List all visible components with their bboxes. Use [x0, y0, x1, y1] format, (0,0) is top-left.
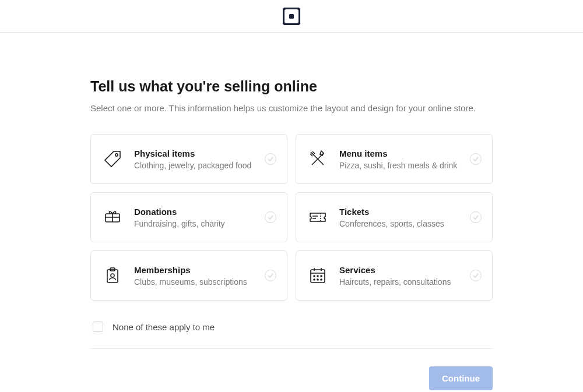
svg-point-6: [111, 274, 114, 277]
option-title: Services: [339, 265, 464, 275]
calendar-icon: [307, 264, 329, 287]
option-memberships[interactable]: Memberships Clubs, museums, subscription…: [90, 250, 287, 301]
option-tickets[interactable]: Tickets Conferences, sports, classes: [296, 192, 493, 242]
none-apply-checkbox[interactable]: [93, 322, 103, 332]
option-text: Donations Fundraising, gifts, charity: [134, 207, 259, 228]
svg-point-13: [321, 279, 322, 280]
option-desc: Clubs, museums, subscriptions: [134, 277, 259, 287]
check-circle-icon: [470, 270, 482, 281]
utensils-icon: [307, 148, 329, 170]
option-menu-items[interactable]: Menu items Pizza, sushi, fresh meals & d…: [296, 134, 493, 184]
options-grid: Physical items Clothing, jewelry, packag…: [90, 134, 493, 301]
svg-rect-4: [107, 270, 118, 282]
option-title: Memberships: [134, 265, 259, 275]
badge-icon: [101, 264, 124, 287]
page-subtitle: Select one or more. This information hel…: [90, 103, 493, 113]
none-apply-label: None of these apply to me: [113, 322, 215, 332]
option-title: Tickets: [339, 207, 464, 217]
option-text: Memberships Clubs, museums, subscription…: [134, 265, 259, 287]
svg-point-12: [317, 279, 318, 280]
option-title: Menu items: [339, 149, 464, 158]
page-title: Tell us what you're selling online: [90, 78, 493, 95]
app-header: [0, 0, 583, 33]
svg-point-8: [314, 276, 315, 277]
option-physical-items[interactable]: Physical items Clothing, jewelry, packag…: [90, 134, 287, 184]
check-circle-icon: [470, 153, 482, 165]
none-apply-row: None of these apply to me: [90, 322, 493, 332]
ticket-icon: [307, 206, 329, 228]
main-content: Tell us what you're selling online Selec…: [90, 33, 493, 390]
check-circle-icon: [265, 270, 276, 281]
option-desc: Pizza, sushi, fresh meals & drink: [339, 161, 464, 170]
option-services[interactable]: Services Haircuts, repairs, consultation…: [296, 250, 493, 301]
option-title: Donations: [134, 207, 259, 217]
option-desc: Conferences, sports, classes: [339, 219, 464, 228]
tag-icon: [101, 148, 124, 170]
option-text: Menu items Pizza, sushi, fresh meals & d…: [339, 149, 464, 170]
check-circle-icon: [265, 211, 276, 223]
svg-point-10: [321, 276, 322, 277]
square-logo-icon: [283, 8, 300, 25]
option-donations[interactable]: Donations Fundraising, gifts, charity: [90, 192, 287, 242]
gift-icon: [101, 206, 124, 228]
svg-point-9: [317, 276, 318, 277]
svg-point-2: [115, 154, 118, 156]
option-text: Tickets Conferences, sports, classes: [339, 207, 464, 228]
option-text: Physical items Clothing, jewelry, packag…: [134, 149, 259, 170]
option-title: Physical items: [134, 149, 259, 158]
svg-point-11: [314, 279, 315, 280]
option-desc: Haircuts, repairs, consultations: [339, 277, 464, 287]
divider: [90, 348, 493, 349]
check-circle-icon: [470, 211, 482, 223]
option-desc: Clothing, jewelry, packaged food: [134, 161, 259, 170]
continue-button[interactable]: Continue: [429, 366, 493, 390]
svg-rect-1: [289, 14, 294, 19]
option-desc: Fundraising, gifts, charity: [134, 219, 259, 228]
footer: Continue: [90, 366, 493, 390]
check-circle-icon: [265, 153, 276, 165]
option-text: Services Haircuts, repairs, consultation…: [339, 265, 464, 287]
